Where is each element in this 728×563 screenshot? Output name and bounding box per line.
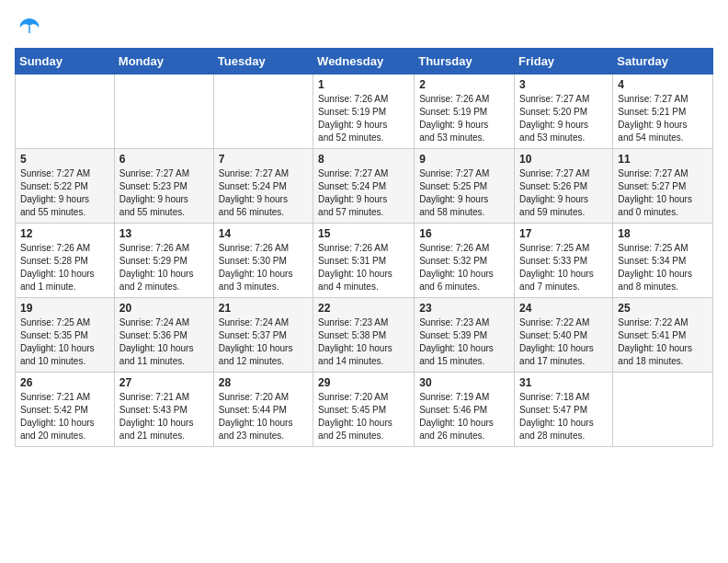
day-info: Sunrise: 7:22 AM Sunset: 5:40 PM Dayligh… xyxy=(519,316,608,368)
day-number: 23 xyxy=(419,302,509,315)
calendar-day-5: 5Sunrise: 7:27 AM Sunset: 5:22 PM Daylig… xyxy=(16,149,115,224)
day-number: 19 xyxy=(20,302,109,315)
day-header-saturday: Saturday xyxy=(613,49,713,75)
day-info: Sunrise: 7:19 AM Sunset: 5:46 PM Dayligh… xyxy=(419,391,509,442)
day-number: 15 xyxy=(318,227,409,240)
day-number: 25 xyxy=(618,302,708,315)
day-number: 8 xyxy=(318,153,409,166)
calendar-day-27: 27Sunrise: 7:21 AM Sunset: 5:43 PM Dayli… xyxy=(114,373,213,447)
day-number: 10 xyxy=(519,153,608,166)
day-number: 11 xyxy=(618,153,708,166)
calendar-week-row: 1Sunrise: 7:26 AM Sunset: 5:19 PM Daylig… xyxy=(16,75,713,149)
calendar-day-25: 25Sunrise: 7:22 AM Sunset: 5:41 PM Dayli… xyxy=(613,298,713,373)
day-info: Sunrise: 7:20 AM Sunset: 5:44 PM Dayligh… xyxy=(219,391,308,442)
day-header-tuesday: Tuesday xyxy=(213,49,313,75)
calendar-day-7: 7Sunrise: 7:27 AM Sunset: 5:24 PM Daylig… xyxy=(213,149,313,224)
calendar-day-17: 17Sunrise: 7:25 AM Sunset: 5:33 PM Dayli… xyxy=(515,224,613,298)
calendar-day-16: 16Sunrise: 7:26 AM Sunset: 5:32 PM Dayli… xyxy=(415,224,515,298)
day-info: Sunrise: 7:27 AM Sunset: 5:27 PM Dayligh… xyxy=(618,167,708,219)
calendar-day-29: 29Sunrise: 7:20 AM Sunset: 5:45 PM Dayli… xyxy=(313,373,415,447)
page-header xyxy=(15,15,713,37)
day-info: Sunrise: 7:24 AM Sunset: 5:37 PM Dayligh… xyxy=(219,316,308,368)
day-number: 31 xyxy=(519,376,608,389)
day-info: Sunrise: 7:24 AM Sunset: 5:36 PM Dayligh… xyxy=(119,316,209,368)
day-info: Sunrise: 7:20 AM Sunset: 5:45 PM Dayligh… xyxy=(318,391,409,442)
day-number: 5 xyxy=(20,153,109,166)
day-number: 28 xyxy=(219,376,308,389)
day-info: Sunrise: 7:27 AM Sunset: 5:24 PM Dayligh… xyxy=(219,167,308,219)
calendar-day-28: 28Sunrise: 7:20 AM Sunset: 5:44 PM Dayli… xyxy=(213,373,313,447)
day-info: Sunrise: 7:25 AM Sunset: 5:34 PM Dayligh… xyxy=(618,242,708,293)
calendar-week-row: 12Sunrise: 7:26 AM Sunset: 5:28 PM Dayli… xyxy=(16,224,713,298)
calendar-day-20: 20Sunrise: 7:24 AM Sunset: 5:36 PM Dayli… xyxy=(114,298,213,373)
calendar-day-10: 10Sunrise: 7:27 AM Sunset: 5:26 PM Dayli… xyxy=(515,149,613,224)
calendar-day-6: 6Sunrise: 7:27 AM Sunset: 5:23 PM Daylig… xyxy=(114,149,213,224)
day-info: Sunrise: 7:26 AM Sunset: 5:30 PM Dayligh… xyxy=(219,242,308,293)
calendar-day-18: 18Sunrise: 7:25 AM Sunset: 5:34 PM Dayli… xyxy=(613,224,713,298)
logo-bird-icon xyxy=(17,15,42,40)
calendar-empty-cell xyxy=(613,373,713,447)
day-header-monday: Monday xyxy=(114,49,213,75)
day-header-friday: Friday xyxy=(515,49,613,75)
day-info: Sunrise: 7:25 AM Sunset: 5:35 PM Dayligh… xyxy=(20,316,109,368)
day-number: 27 xyxy=(119,376,209,389)
day-number: 4 xyxy=(618,78,708,91)
calendar-day-9: 9Sunrise: 7:27 AM Sunset: 5:25 PM Daylig… xyxy=(415,149,515,224)
day-number: 9 xyxy=(419,153,509,166)
day-number: 6 xyxy=(119,153,209,166)
day-number: 21 xyxy=(219,302,308,315)
calendar-day-4: 4Sunrise: 7:27 AM Sunset: 5:21 PM Daylig… xyxy=(613,75,713,149)
day-info: Sunrise: 7:21 AM Sunset: 5:43 PM Dayligh… xyxy=(119,391,209,442)
day-info: Sunrise: 7:27 AM Sunset: 5:26 PM Dayligh… xyxy=(519,167,608,219)
day-info: Sunrise: 7:26 AM Sunset: 5:19 PM Dayligh… xyxy=(419,93,509,144)
calendar-day-3: 3Sunrise: 7:27 AM Sunset: 5:20 PM Daylig… xyxy=(515,75,613,149)
calendar-empty-cell xyxy=(213,75,313,149)
day-number: 14 xyxy=(219,227,308,240)
day-number: 24 xyxy=(519,302,608,315)
calendar-day-19: 19Sunrise: 7:25 AM Sunset: 5:35 PM Dayli… xyxy=(16,298,115,373)
day-number: 3 xyxy=(519,78,608,91)
calendar-week-row: 19Sunrise: 7:25 AM Sunset: 5:35 PM Dayli… xyxy=(16,298,713,373)
calendar-header-row: SundayMondayTuesdayWednesdayThursdayFrid… xyxy=(16,49,713,75)
day-info: Sunrise: 7:26 AM Sunset: 5:32 PM Dayligh… xyxy=(419,242,509,293)
day-info: Sunrise: 7:26 AM Sunset: 5:29 PM Dayligh… xyxy=(119,242,209,293)
day-info: Sunrise: 7:27 AM Sunset: 5:22 PM Dayligh… xyxy=(20,167,109,219)
calendar-day-11: 11Sunrise: 7:27 AM Sunset: 5:27 PM Dayli… xyxy=(613,149,713,224)
calendar-day-31: 31Sunrise: 7:18 AM Sunset: 5:47 PM Dayli… xyxy=(515,373,613,447)
day-number: 12 xyxy=(20,227,109,240)
calendar-day-13: 13Sunrise: 7:26 AM Sunset: 5:29 PM Dayli… xyxy=(114,224,213,298)
calendar-day-30: 30Sunrise: 7:19 AM Sunset: 5:46 PM Dayli… xyxy=(415,373,515,447)
day-info: Sunrise: 7:23 AM Sunset: 5:38 PM Dayligh… xyxy=(318,316,409,368)
day-info: Sunrise: 7:26 AM Sunset: 5:28 PM Dayligh… xyxy=(20,242,109,293)
day-info: Sunrise: 7:25 AM Sunset: 5:33 PM Dayligh… xyxy=(519,242,608,293)
day-info: Sunrise: 7:26 AM Sunset: 5:19 PM Dayligh… xyxy=(318,93,409,144)
logo xyxy=(15,15,42,37)
calendar-day-24: 24Sunrise: 7:22 AM Sunset: 5:40 PM Dayli… xyxy=(515,298,613,373)
day-number: 13 xyxy=(119,227,209,240)
calendar-day-23: 23Sunrise: 7:23 AM Sunset: 5:39 PM Dayli… xyxy=(415,298,515,373)
calendar-day-8: 8Sunrise: 7:27 AM Sunset: 5:24 PM Daylig… xyxy=(313,149,415,224)
calendar-empty-cell xyxy=(114,75,213,149)
day-number: 20 xyxy=(119,302,209,315)
day-info: Sunrise: 7:27 AM Sunset: 5:24 PM Dayligh… xyxy=(318,167,409,219)
day-info: Sunrise: 7:22 AM Sunset: 5:41 PM Dayligh… xyxy=(618,316,708,368)
day-number: 2 xyxy=(419,78,509,91)
day-info: Sunrise: 7:27 AM Sunset: 5:21 PM Dayligh… xyxy=(618,93,708,144)
calendar-empty-cell xyxy=(16,75,115,149)
day-header-wednesday: Wednesday xyxy=(313,49,415,75)
calendar-table: SundayMondayTuesdayWednesdayThursdayFrid… xyxy=(15,48,713,447)
day-number: 29 xyxy=(318,376,409,389)
day-number: 30 xyxy=(419,376,509,389)
day-header-thursday: Thursday xyxy=(415,49,515,75)
day-number: 7 xyxy=(219,153,308,166)
calendar-day-12: 12Sunrise: 7:26 AM Sunset: 5:28 PM Dayli… xyxy=(16,224,115,298)
calendar-day-14: 14Sunrise: 7:26 AM Sunset: 5:30 PM Dayli… xyxy=(213,224,313,298)
day-info: Sunrise: 7:27 AM Sunset: 5:20 PM Dayligh… xyxy=(519,93,608,144)
calendar-day-21: 21Sunrise: 7:24 AM Sunset: 5:37 PM Dayli… xyxy=(213,298,313,373)
day-info: Sunrise: 7:27 AM Sunset: 5:25 PM Dayligh… xyxy=(419,167,509,219)
day-header-sunday: Sunday xyxy=(16,49,115,75)
day-number: 1 xyxy=(318,78,409,91)
calendar-day-2: 2Sunrise: 7:26 AM Sunset: 5:19 PM Daylig… xyxy=(415,75,515,149)
calendar-week-row: 5Sunrise: 7:27 AM Sunset: 5:22 PM Daylig… xyxy=(16,149,713,224)
day-number: 17 xyxy=(519,227,608,240)
